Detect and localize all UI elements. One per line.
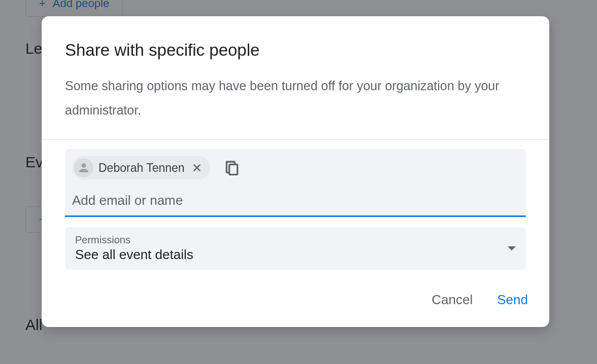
svg-rect-2 <box>229 164 237 174</box>
modal-body: Deborah Tennen Permissions See all eve <box>42 140 549 270</box>
share-modal: Share with specific people Some sharing … <box>42 16 549 327</box>
permissions-value: See all event details <box>75 247 193 263</box>
close-icon <box>191 162 203 173</box>
permissions-text: Permissions See all event details <box>75 234 193 263</box>
chip-row: Deborah Tennen <box>72 156 519 179</box>
modal-header: Share with specific people Some sharing … <box>42 16 549 139</box>
copy-icon <box>224 160 240 176</box>
permissions-label: Permissions <box>75 234 193 246</box>
modal-title: Share with specific people <box>65 41 526 60</box>
modal-subtitle: Some sharing options may have been turne… <box>65 74 526 122</box>
person-chip[interactable]: Deborah Tennen <box>72 156 210 179</box>
send-button[interactable]: Send <box>497 292 528 308</box>
copy-button[interactable] <box>222 158 242 177</box>
modal-footer: Cancel Send <box>42 270 549 327</box>
people-input-container: Deborah Tennen <box>65 149 526 217</box>
chip-remove-button[interactable] <box>190 161 204 175</box>
email-input[interactable] <box>72 191 519 210</box>
chip-name: Deborah Tennen <box>98 161 185 175</box>
chevron-down-icon <box>508 246 516 250</box>
cancel-button[interactable]: Cancel <box>432 292 473 308</box>
permissions-dropdown[interactable]: Permissions See all event details <box>65 227 526 270</box>
person-icon <box>74 158 93 177</box>
